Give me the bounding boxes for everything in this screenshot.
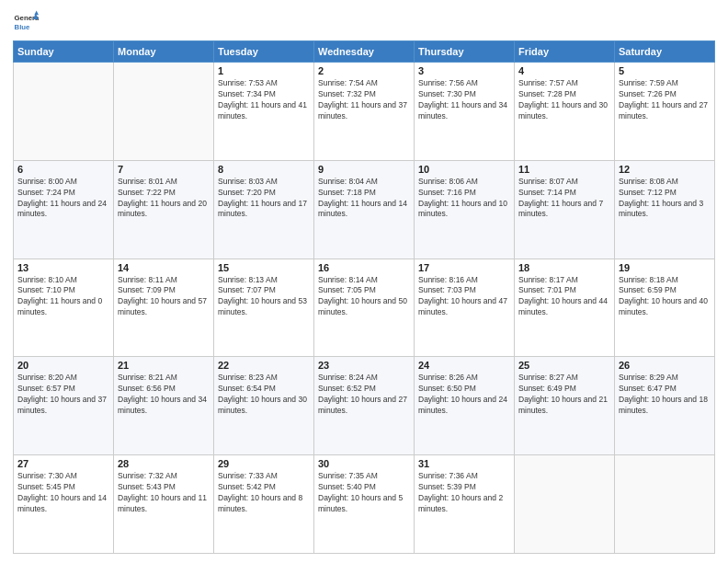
calendar-cell: 18Sunrise: 8:17 AM Sunset: 7:01 PM Dayli… bbox=[515, 259, 615, 357]
page: General Blue SundayMondayTuesdayWednesda… bbox=[0, 0, 728, 563]
calendar-cell: 14Sunrise: 8:11 AM Sunset: 7:09 PM Dayli… bbox=[114, 259, 214, 357]
day-number: 1 bbox=[218, 65, 310, 76]
day-info: Sunrise: 8:14 AM Sunset: 7:05 PM Dayligh… bbox=[318, 275, 410, 319]
calendar-cell bbox=[114, 63, 214, 161]
day-info: Sunrise: 8:06 AM Sunset: 7:16 PM Dayligh… bbox=[418, 177, 510, 221]
day-info: Sunrise: 8:08 AM Sunset: 7:12 PM Dayligh… bbox=[619, 177, 711, 221]
day-number: 11 bbox=[518, 164, 610, 175]
day-info: Sunrise: 8:18 AM Sunset: 6:59 PM Dayligh… bbox=[619, 275, 711, 319]
weekday-header-saturday: Saturday bbox=[615, 41, 715, 63]
weekday-header-row: SundayMondayTuesdayWednesdayThursdayFrid… bbox=[14, 41, 715, 63]
day-number: 23 bbox=[318, 360, 410, 371]
calendar-cell bbox=[515, 455, 615, 554]
calendar-week-4: 20Sunrise: 8:20 AM Sunset: 6:57 PM Dayli… bbox=[14, 357, 715, 455]
calendar-cell: 9Sunrise: 8:04 AM Sunset: 7:18 PM Daylig… bbox=[314, 160, 415, 259]
day-number: 18 bbox=[518, 262, 610, 273]
calendar-cell: 12Sunrise: 8:08 AM Sunset: 7:12 PM Dayli… bbox=[615, 160, 715, 259]
day-number: 12 bbox=[619, 164, 711, 175]
calendar-cell bbox=[615, 455, 715, 554]
svg-text:Blue: Blue bbox=[15, 23, 31, 31]
day-number: 2 bbox=[318, 65, 410, 76]
day-number: 13 bbox=[17, 262, 109, 273]
weekday-header-wednesday: Wednesday bbox=[314, 41, 415, 63]
day-number: 15 bbox=[218, 262, 310, 273]
day-info: Sunrise: 8:23 AM Sunset: 6:54 PM Dayligh… bbox=[218, 373, 310, 417]
day-info: Sunrise: 8:20 AM Sunset: 6:57 PM Dayligh… bbox=[17, 373, 109, 417]
day-info: Sunrise: 7:56 AM Sunset: 7:30 PM Dayligh… bbox=[418, 78, 510, 122]
day-number: 8 bbox=[218, 164, 310, 175]
weekday-header-monday: Monday bbox=[114, 41, 214, 63]
day-number: 19 bbox=[619, 262, 711, 273]
day-info: Sunrise: 8:16 AM Sunset: 7:03 PM Dayligh… bbox=[418, 275, 510, 319]
day-number: 7 bbox=[118, 164, 210, 175]
day-info: Sunrise: 7:35 AM Sunset: 5:40 PM Dayligh… bbox=[318, 471, 410, 515]
calendar-cell: 15Sunrise: 8:13 AM Sunset: 7:07 PM Dayli… bbox=[214, 259, 314, 357]
day-info: Sunrise: 7:57 AM Sunset: 7:28 PM Dayligh… bbox=[518, 78, 610, 122]
day-info: Sunrise: 8:10 AM Sunset: 7:10 PM Dayligh… bbox=[17, 275, 109, 319]
day-number: 10 bbox=[418, 164, 510, 175]
day-info: Sunrise: 8:21 AM Sunset: 6:56 PM Dayligh… bbox=[118, 373, 210, 417]
weekday-header-tuesday: Tuesday bbox=[214, 41, 314, 63]
weekday-header-thursday: Thursday bbox=[415, 41, 515, 63]
day-info: Sunrise: 7:30 AM Sunset: 5:45 PM Dayligh… bbox=[17, 471, 109, 515]
calendar-cell: 1Sunrise: 7:53 AM Sunset: 7:34 PM Daylig… bbox=[214, 63, 314, 161]
calendar-cell: 20Sunrise: 8:20 AM Sunset: 6:57 PM Dayli… bbox=[14, 357, 114, 455]
day-number: 25 bbox=[518, 360, 610, 371]
calendar-cell: 23Sunrise: 8:24 AM Sunset: 6:52 PM Dayli… bbox=[314, 357, 415, 455]
calendar-cell: 10Sunrise: 8:06 AM Sunset: 7:16 PM Dayli… bbox=[415, 160, 515, 259]
day-number: 24 bbox=[418, 360, 510, 371]
calendar-table: SundayMondayTuesdayWednesdayThursdayFrid… bbox=[13, 40, 715, 554]
header: General Blue bbox=[13, 9, 715, 35]
calendar-week-2: 6Sunrise: 8:00 AM Sunset: 7:24 PM Daylig… bbox=[14, 160, 715, 259]
calendar-cell: 8Sunrise: 8:03 AM Sunset: 7:20 PM Daylig… bbox=[214, 160, 314, 259]
calendar-cell: 30Sunrise: 7:35 AM Sunset: 5:40 PM Dayli… bbox=[314, 455, 415, 554]
calendar-cell: 4Sunrise: 7:57 AM Sunset: 7:28 PM Daylig… bbox=[515, 63, 615, 161]
day-number: 22 bbox=[218, 360, 310, 371]
day-info: Sunrise: 8:07 AM Sunset: 7:14 PM Dayligh… bbox=[518, 177, 610, 221]
calendar-cell: 5Sunrise: 7:59 AM Sunset: 7:26 PM Daylig… bbox=[615, 63, 715, 161]
day-number: 3 bbox=[418, 65, 510, 76]
day-number: 27 bbox=[17, 458, 109, 469]
weekday-header-sunday: Sunday bbox=[14, 41, 114, 63]
day-number: 16 bbox=[318, 262, 410, 273]
day-info: Sunrise: 8:29 AM Sunset: 6:47 PM Dayligh… bbox=[619, 373, 711, 417]
day-info: Sunrise: 7:53 AM Sunset: 7:34 PM Dayligh… bbox=[218, 78, 310, 122]
logo-icon: General Blue bbox=[13, 9, 39, 35]
day-number: 21 bbox=[118, 360, 210, 371]
day-number: 29 bbox=[218, 458, 310, 469]
day-number: 17 bbox=[418, 262, 510, 273]
day-number: 31 bbox=[418, 458, 510, 469]
day-number: 14 bbox=[118, 262, 210, 273]
calendar-cell: 2Sunrise: 7:54 AM Sunset: 7:32 PM Daylig… bbox=[314, 63, 415, 161]
day-number: 26 bbox=[619, 360, 711, 371]
calendar-cell: 7Sunrise: 8:01 AM Sunset: 7:22 PM Daylig… bbox=[114, 160, 214, 259]
day-info: Sunrise: 8:27 AM Sunset: 6:49 PM Dayligh… bbox=[518, 373, 610, 417]
calendar-week-3: 13Sunrise: 8:10 AM Sunset: 7:10 PM Dayli… bbox=[14, 259, 715, 357]
day-number: 5 bbox=[619, 65, 711, 76]
day-info: Sunrise: 8:03 AM Sunset: 7:20 PM Dayligh… bbox=[218, 177, 310, 221]
calendar-cell: 17Sunrise: 8:16 AM Sunset: 7:03 PM Dayli… bbox=[415, 259, 515, 357]
day-number: 9 bbox=[318, 164, 410, 175]
calendar-cell: 16Sunrise: 8:14 AM Sunset: 7:05 PM Dayli… bbox=[314, 259, 415, 357]
calendar-cell: 3Sunrise: 7:56 AM Sunset: 7:30 PM Daylig… bbox=[415, 63, 515, 161]
day-info: Sunrise: 7:32 AM Sunset: 5:43 PM Dayligh… bbox=[118, 471, 210, 515]
calendar-cell: 24Sunrise: 8:26 AM Sunset: 6:50 PM Dayli… bbox=[415, 357, 515, 455]
calendar-cell: 22Sunrise: 8:23 AM Sunset: 6:54 PM Dayli… bbox=[214, 357, 314, 455]
day-info: Sunrise: 8:00 AM Sunset: 7:24 PM Dayligh… bbox=[17, 177, 109, 221]
day-info: Sunrise: 7:54 AM Sunset: 7:32 PM Dayligh… bbox=[318, 78, 410, 122]
day-info: Sunrise: 8:01 AM Sunset: 7:22 PM Dayligh… bbox=[118, 177, 210, 221]
day-info: Sunrise: 8:04 AM Sunset: 7:18 PM Dayligh… bbox=[318, 177, 410, 221]
day-info: Sunrise: 7:36 AM Sunset: 5:39 PM Dayligh… bbox=[418, 471, 510, 515]
day-info: Sunrise: 8:17 AM Sunset: 7:01 PM Dayligh… bbox=[518, 275, 610, 319]
weekday-header-friday: Friday bbox=[515, 41, 615, 63]
calendar-cell: 27Sunrise: 7:30 AM Sunset: 5:45 PM Dayli… bbox=[14, 455, 114, 554]
day-info: Sunrise: 8:24 AM Sunset: 6:52 PM Dayligh… bbox=[318, 373, 410, 417]
calendar-cell: 11Sunrise: 8:07 AM Sunset: 7:14 PM Dayli… bbox=[515, 160, 615, 259]
day-info: Sunrise: 8:11 AM Sunset: 7:09 PM Dayligh… bbox=[118, 275, 210, 319]
calendar-cell: 29Sunrise: 7:33 AM Sunset: 5:42 PM Dayli… bbox=[214, 455, 314, 554]
day-info: Sunrise: 7:33 AM Sunset: 5:42 PM Dayligh… bbox=[218, 471, 310, 515]
day-number: 4 bbox=[518, 65, 610, 76]
calendar-cell: 19Sunrise: 8:18 AM Sunset: 6:59 PM Dayli… bbox=[615, 259, 715, 357]
day-number: 28 bbox=[118, 458, 210, 469]
day-number: 30 bbox=[318, 458, 410, 469]
